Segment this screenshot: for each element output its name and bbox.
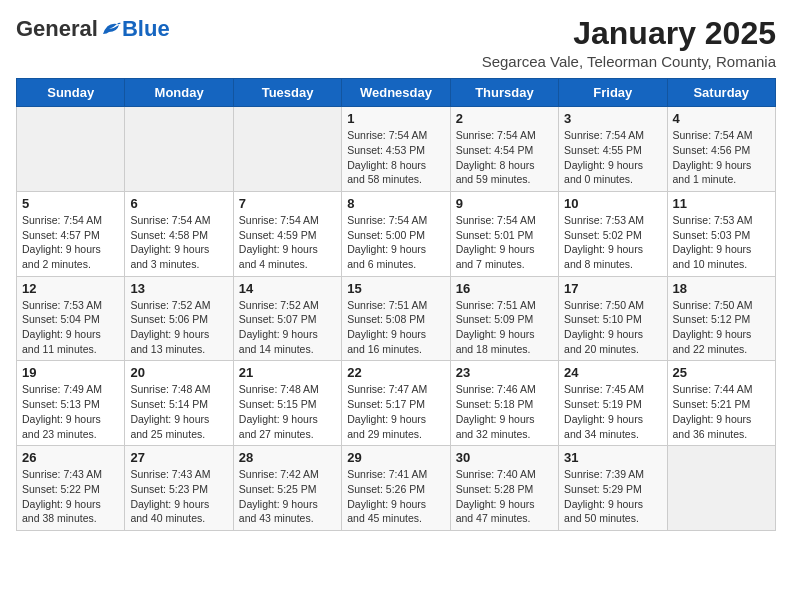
day-info: Sunrise: 7:39 AMSunset: 5:29 PMDaylight:… <box>564 467 661 526</box>
day-info: Sunrise: 7:53 AMSunset: 5:03 PMDaylight:… <box>673 213 770 272</box>
calendar-cell <box>125 107 233 192</box>
day-info: Sunrise: 7:54 AMSunset: 4:57 PMDaylight:… <box>22 213 119 272</box>
day-info: Sunrise: 7:42 AMSunset: 5:25 PMDaylight:… <box>239 467 336 526</box>
day-number: 5 <box>22 196 119 211</box>
day-info: Sunrise: 7:44 AMSunset: 5:21 PMDaylight:… <box>673 382 770 441</box>
day-info: Sunrise: 7:54 AMSunset: 4:56 PMDaylight:… <box>673 128 770 187</box>
day-number: 30 <box>456 450 553 465</box>
calendar-cell: 28Sunrise: 7:42 AMSunset: 5:25 PMDayligh… <box>233 446 341 531</box>
day-number: 11 <box>673 196 770 211</box>
calendar-cell: 10Sunrise: 7:53 AMSunset: 5:02 PMDayligh… <box>559 191 667 276</box>
calendar-week-row: 5Sunrise: 7:54 AMSunset: 4:57 PMDaylight… <box>17 191 776 276</box>
day-info: Sunrise: 7:54 AMSunset: 4:54 PMDaylight:… <box>456 128 553 187</box>
title-block: January 2025 Segarcea Vale, Teleorman Co… <box>482 16 776 70</box>
day-number: 1 <box>347 111 444 126</box>
calendar-cell: 15Sunrise: 7:51 AMSunset: 5:08 PMDayligh… <box>342 276 450 361</box>
calendar-cell: 25Sunrise: 7:44 AMSunset: 5:21 PMDayligh… <box>667 361 775 446</box>
calendar-cell <box>233 107 341 192</box>
day-info: Sunrise: 7:53 AMSunset: 5:04 PMDaylight:… <box>22 298 119 357</box>
day-number: 25 <box>673 365 770 380</box>
day-number: 3 <box>564 111 661 126</box>
calendar-cell: 20Sunrise: 7:48 AMSunset: 5:14 PMDayligh… <box>125 361 233 446</box>
calendar-cell <box>17 107 125 192</box>
day-info: Sunrise: 7:54 AMSunset: 4:58 PMDaylight:… <box>130 213 227 272</box>
calendar-cell: 8Sunrise: 7:54 AMSunset: 5:00 PMDaylight… <box>342 191 450 276</box>
day-number: 16 <box>456 281 553 296</box>
calendar-cell: 13Sunrise: 7:52 AMSunset: 5:06 PMDayligh… <box>125 276 233 361</box>
weekday-header: Tuesday <box>233 79 341 107</box>
calendar-cell: 21Sunrise: 7:48 AMSunset: 5:15 PMDayligh… <box>233 361 341 446</box>
calendar-week-row: 26Sunrise: 7:43 AMSunset: 5:22 PMDayligh… <box>17 446 776 531</box>
calendar-cell: 18Sunrise: 7:50 AMSunset: 5:12 PMDayligh… <box>667 276 775 361</box>
day-info: Sunrise: 7:54 AMSunset: 5:00 PMDaylight:… <box>347 213 444 272</box>
day-number: 20 <box>130 365 227 380</box>
day-info: Sunrise: 7:50 AMSunset: 5:12 PMDaylight:… <box>673 298 770 357</box>
calendar-cell: 1Sunrise: 7:54 AMSunset: 4:53 PMDaylight… <box>342 107 450 192</box>
day-info: Sunrise: 7:48 AMSunset: 5:15 PMDaylight:… <box>239 382 336 441</box>
logo-blue: Blue <box>122 16 170 42</box>
day-info: Sunrise: 7:50 AMSunset: 5:10 PMDaylight:… <box>564 298 661 357</box>
day-info: Sunrise: 7:47 AMSunset: 5:17 PMDaylight:… <box>347 382 444 441</box>
calendar-cell: 17Sunrise: 7:50 AMSunset: 5:10 PMDayligh… <box>559 276 667 361</box>
calendar-week-row: 12Sunrise: 7:53 AMSunset: 5:04 PMDayligh… <box>17 276 776 361</box>
day-info: Sunrise: 7:49 AMSunset: 5:13 PMDaylight:… <box>22 382 119 441</box>
day-number: 4 <box>673 111 770 126</box>
day-info: Sunrise: 7:54 AMSunset: 5:01 PMDaylight:… <box>456 213 553 272</box>
day-number: 17 <box>564 281 661 296</box>
calendar-week-row: 1Sunrise: 7:54 AMSunset: 4:53 PMDaylight… <box>17 107 776 192</box>
calendar-cell: 19Sunrise: 7:49 AMSunset: 5:13 PMDayligh… <box>17 361 125 446</box>
day-number: 26 <box>22 450 119 465</box>
calendar-cell: 9Sunrise: 7:54 AMSunset: 5:01 PMDaylight… <box>450 191 558 276</box>
day-number: 22 <box>347 365 444 380</box>
logo-general: General <box>16 16 98 42</box>
day-number: 2 <box>456 111 553 126</box>
day-info: Sunrise: 7:43 AMSunset: 5:23 PMDaylight:… <box>130 467 227 526</box>
day-number: 13 <box>130 281 227 296</box>
day-info: Sunrise: 7:51 AMSunset: 5:09 PMDaylight:… <box>456 298 553 357</box>
logo: General Blue <box>16 16 170 42</box>
day-number: 19 <box>22 365 119 380</box>
calendar-cell: 5Sunrise: 7:54 AMSunset: 4:57 PMDaylight… <box>17 191 125 276</box>
day-number: 6 <box>130 196 227 211</box>
day-number: 10 <box>564 196 661 211</box>
day-info: Sunrise: 7:51 AMSunset: 5:08 PMDaylight:… <box>347 298 444 357</box>
calendar-cell <box>667 446 775 531</box>
calendar-cell: 30Sunrise: 7:40 AMSunset: 5:28 PMDayligh… <box>450 446 558 531</box>
day-number: 7 <box>239 196 336 211</box>
day-number: 24 <box>564 365 661 380</box>
calendar-cell: 12Sunrise: 7:53 AMSunset: 5:04 PMDayligh… <box>17 276 125 361</box>
calendar-cell: 2Sunrise: 7:54 AMSunset: 4:54 PMDaylight… <box>450 107 558 192</box>
calendar-cell: 31Sunrise: 7:39 AMSunset: 5:29 PMDayligh… <box>559 446 667 531</box>
day-number: 8 <box>347 196 444 211</box>
weekday-header: Thursday <box>450 79 558 107</box>
day-info: Sunrise: 7:52 AMSunset: 5:06 PMDaylight:… <box>130 298 227 357</box>
calendar-cell: 16Sunrise: 7:51 AMSunset: 5:09 PMDayligh… <box>450 276 558 361</box>
day-number: 12 <box>22 281 119 296</box>
weekday-header-row: SundayMondayTuesdayWednesdayThursdayFrid… <box>17 79 776 107</box>
calendar-cell: 4Sunrise: 7:54 AMSunset: 4:56 PMDaylight… <box>667 107 775 192</box>
page-header: General Blue January 2025 Segarcea Vale,… <box>16 16 776 70</box>
location-subtitle: Segarcea Vale, Teleorman County, Romania <box>482 53 776 70</box>
day-info: Sunrise: 7:54 AMSunset: 4:59 PMDaylight:… <box>239 213 336 272</box>
calendar-cell: 7Sunrise: 7:54 AMSunset: 4:59 PMDaylight… <box>233 191 341 276</box>
calendar-cell: 27Sunrise: 7:43 AMSunset: 5:23 PMDayligh… <box>125 446 233 531</box>
day-info: Sunrise: 7:46 AMSunset: 5:18 PMDaylight:… <box>456 382 553 441</box>
day-number: 31 <box>564 450 661 465</box>
day-number: 23 <box>456 365 553 380</box>
day-info: Sunrise: 7:52 AMSunset: 5:07 PMDaylight:… <box>239 298 336 357</box>
day-info: Sunrise: 7:41 AMSunset: 5:26 PMDaylight:… <box>347 467 444 526</box>
calendar-cell: 3Sunrise: 7:54 AMSunset: 4:55 PMDaylight… <box>559 107 667 192</box>
day-info: Sunrise: 7:40 AMSunset: 5:28 PMDaylight:… <box>456 467 553 526</box>
day-number: 18 <box>673 281 770 296</box>
day-number: 29 <box>347 450 444 465</box>
weekday-header: Saturday <box>667 79 775 107</box>
day-info: Sunrise: 7:43 AMSunset: 5:22 PMDaylight:… <box>22 467 119 526</box>
calendar-cell: 23Sunrise: 7:46 AMSunset: 5:18 PMDayligh… <box>450 361 558 446</box>
weekday-header: Sunday <box>17 79 125 107</box>
weekday-header: Friday <box>559 79 667 107</box>
day-info: Sunrise: 7:54 AMSunset: 4:55 PMDaylight:… <box>564 128 661 187</box>
month-title: January 2025 <box>482 16 776 51</box>
calendar-cell: 14Sunrise: 7:52 AMSunset: 5:07 PMDayligh… <box>233 276 341 361</box>
weekday-header: Monday <box>125 79 233 107</box>
calendar-cell: 24Sunrise: 7:45 AMSunset: 5:19 PMDayligh… <box>559 361 667 446</box>
